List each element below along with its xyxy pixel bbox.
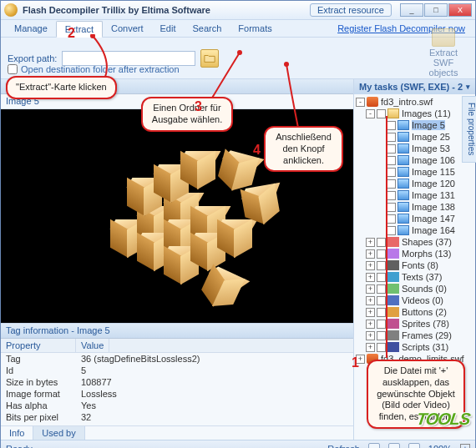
tree-expander-icon[interactable]: +: [366, 249, 375, 259]
status-icon-3[interactable]: [408, 443, 420, 449]
tree-item[interactable]: +Fonts (8): [356, 259, 473, 271]
tree-item[interactable]: +Scripts (31): [356, 341, 473, 353]
tree-item[interactable]: Image 5: [356, 119, 473, 131]
script-icon: [387, 342, 399, 352]
tab-used-by[interactable]: Used by: [33, 426, 84, 440]
tree-checkbox[interactable]: [387, 121, 396, 130]
tree-item[interactable]: Image 164: [356, 224, 473, 236]
tree-checkbox[interactable]: [377, 331, 386, 340]
tree-checkbox[interactable]: [387, 214, 396, 224]
img-icon: [398, 214, 409, 224]
tree-expander-icon[interactable]: +: [366, 261, 375, 270]
zoom-plus-icon[interactable]: +: [460, 444, 470, 449]
tree-item[interactable]: +Shapes (37): [356, 236, 473, 248]
app-icon: [4, 3, 18, 17]
tree-item[interactable]: Image 147: [356, 213, 473, 224]
callout-click-button: Anschließend den Knopf anklicken.: [264, 126, 343, 172]
tree-item[interactable]: Image 131: [356, 189, 473, 201]
tree-checkbox[interactable]: [387, 203, 396, 212]
status-icon-1[interactable]: [368, 443, 380, 449]
tasks-menu-icon[interactable]: ▾: [466, 83, 470, 91]
table-row[interactable]: Image formatLossless: [1, 388, 353, 400]
table-row[interactable]: Id5: [1, 365, 353, 376]
tree-item[interactable]: Image 53: [356, 143, 473, 154]
tree-item[interactable]: Image 120: [356, 178, 473, 189]
extract-resource-pill[interactable]: Extract resource: [310, 3, 392, 17]
tree-expander-icon[interactable]: +: [366, 308, 375, 317]
tree-item[interactable]: -Images (11): [356, 108, 473, 119]
tab-info[interactable]: Info: [1, 426, 33, 440]
tree-label: Scripts (31): [402, 342, 448, 352]
browse-folder-button[interactable]: [200, 49, 219, 68]
col-value[interactable]: Value: [76, 339, 109, 352]
tree-expander-icon[interactable]: +: [366, 284, 375, 294]
col-property[interactable]: Property: [1, 339, 76, 352]
tree-checkbox[interactable]: [377, 261, 386, 270]
tree-checkbox[interactable]: [377, 109, 386, 118]
table-row[interactable]: Size in bytes108877: [1, 376, 353, 388]
tree-checkbox[interactable]: [377, 320, 386, 329]
table-row[interactable]: Tag36 (stagDefineBitsLossless2): [1, 353, 353, 365]
tree-item[interactable]: -fd3_intro.swf: [356, 96, 473, 108]
tree-expander-icon[interactable]: +: [366, 296, 375, 305]
tree-checkbox[interactable]: [377, 284, 386, 294]
menu-convert[interactable]: Convert: [103, 21, 152, 36]
menu-manage[interactable]: Manage: [6, 21, 56, 36]
tree-checkbox[interactable]: [377, 308, 386, 317]
tree-expander-icon[interactable]: +: [366, 331, 375, 340]
menu-edit[interactable]: Edit: [152, 21, 185, 36]
tree-checkbox[interactable]: [387, 144, 396, 154]
table-row[interactable]: Has alphaYes: [1, 400, 353, 411]
shape-icon: [387, 237, 399, 247]
tree-expander-icon[interactable]: +: [366, 238, 375, 247]
tree-item[interactable]: +Sounds (0): [356, 283, 473, 294]
export-path-label: Export path:: [8, 53, 57, 63]
tree-expander-icon[interactable]: -: [356, 98, 365, 107]
table-row[interactable]: Bits per pixel32: [1, 411, 353, 423]
tree-checkbox[interactable]: [387, 156, 396, 165]
tree-item[interactable]: Image 106: [356, 154, 473, 166]
tree-item[interactable]: Image 115: [356, 166, 473, 178]
tree-checkbox[interactable]: [387, 191, 396, 200]
minimize-button[interactable]: _: [400, 3, 423, 17]
tree-item[interactable]: +Frames (29): [356, 330, 473, 341]
tree-checkbox[interactable]: [387, 168, 396, 177]
tree-label: Sprites (78): [402, 319, 449, 329]
menu-formats[interactable]: Formats: [230, 21, 280, 36]
img-icon: [398, 132, 409, 142]
tree-expander-icon[interactable]: +: [366, 343, 375, 352]
annotation-number-1: 1: [352, 355, 359, 370]
tree-checkbox[interactable]: [377, 343, 386, 352]
tree-checkbox[interactable]: [387, 179, 396, 189]
tree-checkbox[interactable]: [377, 273, 386, 282]
refresh-link[interactable]: Refresh: [327, 444, 360, 449]
menu-extract[interactable]: Extract: [56, 21, 103, 38]
tree-expander-icon[interactable]: +: [366, 273, 375, 282]
file-properties-tab[interactable]: File properties: [462, 96, 476, 163]
tree-checkbox[interactable]: [377, 249, 386, 259]
tree-expander-icon[interactable]: -: [366, 109, 375, 118]
tree-checkbox[interactable]: [377, 296, 386, 305]
tree-item[interactable]: +Videos (0): [356, 294, 473, 306]
status-icon-2[interactable]: [388, 443, 400, 449]
tree-label: Morphs (13): [402, 249, 451, 259]
tree-item[interactable]: Image 138: [356, 201, 473, 213]
tree-checkbox[interactable]: [387, 226, 396, 235]
tree-item[interactable]: +Texts (37): [356, 271, 473, 283]
tree-item[interactable]: +Morphs (13): [356, 248, 473, 259]
tree-expander-icon[interactable]: +: [366, 320, 375, 329]
export-path-input[interactable]: [62, 51, 195, 66]
maximize-button[interactable]: □: [424, 3, 448, 17]
tree-checkbox[interactable]: [387, 133, 396, 142]
morph-icon: [387, 249, 399, 259]
open-destination-checkbox[interactable]: [8, 64, 18, 74]
close-button[interactable]: X: [448, 3, 472, 17]
menu-search[interactable]: Search: [185, 21, 230, 36]
tree-item[interactable]: +Sprites (78): [356, 318, 473, 330]
tree-item[interactable]: +Buttons (2): [356, 306, 473, 318]
zoom-level[interactable]: 100%: [428, 444, 452, 449]
img-icon: [398, 179, 409, 189]
swf-icon: [367, 97, 378, 107]
tree-checkbox[interactable]: [377, 238, 386, 247]
tree-item[interactable]: Image 25: [356, 131, 473, 143]
